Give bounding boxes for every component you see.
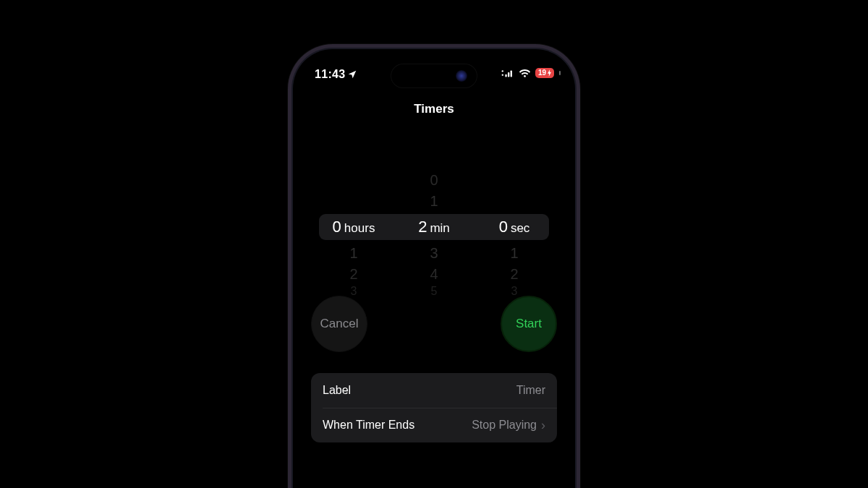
chevron-right-icon: › [541, 418, 545, 433]
svg-point-1 [502, 74, 503, 76]
battery-indicator: 19 [535, 68, 554, 78]
settings-label-value: Timer [516, 384, 545, 397]
status-bar: 11:43 19 [293, 49, 575, 87]
hours-selected: 0 [333, 214, 341, 240]
svg-point-0 [502, 70, 503, 72]
battery-cap [559, 71, 561, 75]
charging-icon [547, 69, 552, 77]
minutes-above-1: 1 [394, 191, 474, 211]
minutes-below-3: 5 [394, 281, 474, 301]
picker-col-hours[interactable]: 0 hours 1 2 3 [313, 154, 394, 284]
cancel-button-label: Cancel [320, 317, 359, 331]
start-button-label: Start [516, 317, 542, 331]
svg-rect-2 [505, 74, 506, 77]
cancel-button[interactable]: Cancel [311, 296, 367, 352]
settings-sound-value: Stop Playing [472, 419, 537, 432]
seconds-selected: 0 [499, 214, 508, 240]
page-title: Timers [293, 102, 575, 116]
minutes-unit-label: min [430, 215, 449, 241]
settings-row-sound[interactable]: When Timer Ends Stop Playing › [311, 408, 557, 442]
svg-rect-4 [510, 70, 511, 77]
seconds-unit-label: sec [511, 215, 529, 241]
timer-settings-card: Label Timer When Timer Ends Stop Playing… [311, 373, 557, 442]
start-button[interactable]: Start [501, 296, 557, 352]
picker-col-seconds[interactable]: 0 sec 1 2 3 [474, 154, 555, 284]
picker-col-minutes[interactable]: 0 1 2 min 3 4 5 [394, 154, 474, 284]
settings-row-label[interactable]: Label Timer [311, 373, 557, 408]
seconds-below-3: 3 [474, 281, 555, 301]
wifi-icon [519, 69, 531, 78]
minutes-below-1: 3 [394, 243, 474, 263]
status-time: 11:43 [315, 68, 357, 81]
svg-rect-3 [508, 72, 509, 77]
settings-label-title: Label [323, 384, 351, 397]
location-icon [347, 69, 357, 80]
minutes-above-0: 0 [394, 170, 474, 190]
minutes-selected: 2 [418, 214, 427, 240]
battery-percent: 19 [538, 68, 546, 78]
hours-unit-label: hours [344, 215, 375, 241]
seconds-below-1: 1 [474, 243, 555, 263]
settings-sound-title: When Timer Ends [323, 419, 414, 432]
time-picker[interactable]: 0 hours 1 2 3 0 1 2 min 3 4 5 [313, 154, 555, 284]
cellular-icon [501, 69, 514, 77]
phone-frame: 11:43 19 [293, 49, 575, 488]
status-time-text: 11:43 [315, 68, 345, 81]
hours-below-1: 1 [313, 243, 394, 263]
